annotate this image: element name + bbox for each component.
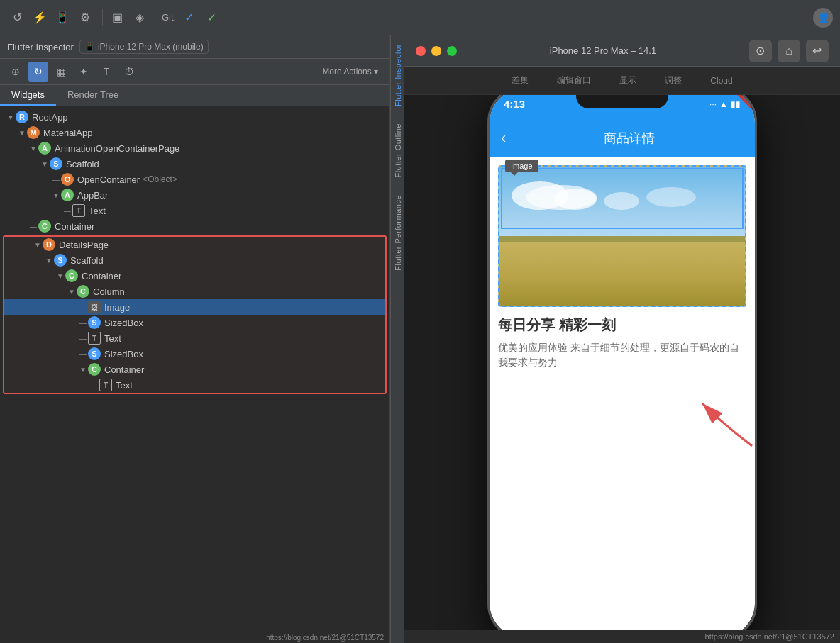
toolbar-adjust[interactable]: 调整 <box>665 74 682 86</box>
tree-arrow: ▼ <box>6 113 16 121</box>
settings-icon[interactable]: ⚙ <box>75 8 95 28</box>
tree-item-column[interactable]: ▼ C Column <box>4 284 385 299</box>
inspector-toolbar: ⊕ ↻ ▦ ✦ T ⏱ More Actions ▾ <box>0 59 389 85</box>
git-check-icon[interactable]: ✓ <box>201 8 221 28</box>
tree-item-image[interactable]: — 🖼 Image <box>4 299 385 315</box>
badge-C: C <box>38 220 51 233</box>
wifi-icon: ▲ <box>719 99 728 109</box>
tree-item-container2[interactable]: ▼ C Container <box>4 268 385 284</box>
tree-item-appbar[interactable]: ▼ A AppBar <box>0 187 389 203</box>
tree-item-scaffold1[interactable]: ▼ S Scaffold <box>0 156 389 172</box>
tree-label: RootApp <box>32 112 68 123</box>
undo-icon[interactable]: ↺ <box>7 8 27 28</box>
badge-S: S <box>50 157 62 170</box>
device-badge[interactable]: 📱 iPhone 12 Pro Max (mobile) <box>79 40 209 54</box>
more-actions-button[interactable]: More Actions ▾ <box>316 65 384 79</box>
git-branch-icon[interactable]: ✓ <box>179 8 199 28</box>
badge-A2: A <box>61 189 74 201</box>
tree-label: DetailsPage <box>59 240 109 250</box>
dots-icon: ··· <box>709 99 717 109</box>
status-icons: ··· ▲ ▮▮ <box>709 99 741 109</box>
widget-tree[interactable]: ▼ R RootApp ▼ M MaterialApp ▼ A Animatio… <box>0 106 389 632</box>
simulator-panel: iPhone 12 Pro Max – 14.1 ⊙ ⌂ ↩ 差集 编辑窗口 显… <box>404 35 840 643</box>
tree-item-rootapp[interactable]: ▼ R RootApp <box>0 109 389 125</box>
simulator-titlebar: iPhone 12 Pro Max – 14.1 ⊙ ⌂ ↩ <box>404 35 840 67</box>
lightning-icon[interactable]: ⚡ <box>30 8 50 28</box>
toolbar-cloud[interactable]: Cloud <box>710 76 732 86</box>
tree-arrow: ▼ <box>17 129 27 137</box>
toolbar-show[interactable]: 显示 <box>619 74 636 86</box>
badge-C3: C <box>77 285 89 298</box>
clock-btn[interactable]: ⏱ <box>119 62 139 82</box>
badge-S4: S <box>88 347 101 360</box>
tree-item-sizedbox1[interactable]: — S SizedBox <box>4 315 385 330</box>
iphone-device: 4:13 ··· ▲ ▮▮ ‹ 商品详情 DEBUG <box>487 95 757 630</box>
tree-item-text-appbar[interactable]: — T Text <box>0 203 389 218</box>
tree-arrow: ▼ <box>67 288 77 296</box>
side-tab-inspector[interactable]: Flutter Inspector <box>391 35 405 115</box>
tree-arrow: — <box>78 319 88 327</box>
cube-icon[interactable]: ◈ <box>130 8 150 28</box>
tree-arrow: — <box>89 381 99 389</box>
rotate-btn[interactable]: ↩ <box>806 40 829 62</box>
tree-label: Text <box>116 380 133 391</box>
inspector-title: Flutter Inspector <box>7 42 74 52</box>
tree-label: SizedBox <box>104 318 143 328</box>
cloud5 <box>646 187 696 207</box>
iphone-screen: 4:13 ··· ▲ ▮▮ ‹ 商品详情 DEBUG <box>490 95 755 630</box>
tree-item-materialapp[interactable]: ▼ M MaterialApp <box>0 125 389 140</box>
tree-item-scaffold2[interactable]: ▼ S Scaffold <box>4 252 385 268</box>
side-tab-performance[interactable]: Flutter Performance <box>391 186 405 279</box>
app-content: Image <box>490 157 755 379</box>
tree-arrow: — <box>78 303 88 311</box>
tab-render-tree[interactable]: Render Tree <box>56 85 130 106</box>
layout-btn[interactable]: ✦ <box>74 62 94 82</box>
footer-url: https://blog.csdn.net/21@51CT13572 <box>404 630 840 643</box>
tree-label: Container <box>55 221 94 232</box>
cloud3 <box>526 185 597 210</box>
inspector-header: Flutter Inspector 📱 iPhone 12 Pro Max (m… <box>0 35 389 59</box>
tree-item-container3[interactable]: ▼ C Container <box>4 362 385 377</box>
tree-item-animation[interactable]: ▼ A AnimationOpenContainerPage <box>0 140 389 156</box>
more-actions-label: More Actions ▾ <box>322 67 378 77</box>
badge-C2: C <box>65 269 78 282</box>
toolbar-edit[interactable]: 编辑窗口 <box>557 74 591 86</box>
toolbar-separator <box>102 9 103 26</box>
tree-arrow: — <box>78 335 88 342</box>
home-btn[interactable]: ⌂ <box>778 40 800 62</box>
tree-item-sizedbox2[interactable]: — S SizedBox <box>4 346 385 362</box>
tree-label: Scaffold <box>66 159 99 169</box>
minimize-button[interactable] <box>431 46 441 56</box>
tree-arrow: — <box>51 176 61 184</box>
toolbar-chaji[interactable]: 差集 <box>512 74 529 86</box>
tree-item-text-bottom[interactable]: — T Text <box>4 377 385 393</box>
app-bar-title: 商品详情 <box>514 130 744 147</box>
tab-widgets[interactable]: Widgets <box>0 85 56 106</box>
back-button[interactable]: ‹ <box>501 129 506 147</box>
text-btn[interactable]: T <box>96 62 116 82</box>
flutter-inspector-panel: Flutter Inspector 📱 iPhone 12 Pro Max (m… <box>0 35 390 643</box>
badge-M: M <box>27 126 40 139</box>
cloud4 <box>604 192 639 210</box>
device-icon[interactable]: 📱 <box>52 8 72 28</box>
tree-item-opencontainer[interactable]: — O OpenContainer <Object> <box>0 172 389 187</box>
tree-item-detailspage[interactable]: ▼ D DetailsPage <box>4 237 385 252</box>
chart-btn[interactable]: ▦ <box>51 62 71 82</box>
badge-S3: S <box>88 316 101 329</box>
add-widget-btn[interactable]: ⊕ <box>6 62 26 82</box>
git-label: Git: <box>162 12 176 23</box>
close-button[interactable] <box>416 46 426 56</box>
tree-arrow: — <box>78 350 88 358</box>
image-sky <box>499 167 745 243</box>
device-label: iPhone 12 Pro Max (mobile) <box>98 42 204 52</box>
maximize-button[interactable] <box>447 46 457 56</box>
side-tab-outline[interactable]: Flutter Outline <box>391 115 405 186</box>
refresh-btn[interactable]: ↻ <box>28 62 48 82</box>
tree-item-text-main[interactable]: — T Text <box>4 330 385 346</box>
tree-label: Image <box>104 302 130 313</box>
tree-item-container1[interactable]: — C Container <box>0 218 389 234</box>
user-avatar[interactable]: 👤 <box>813 8 833 28</box>
device2-icon[interactable]: ▣ <box>107 8 127 28</box>
tree-label: OpenContainer <box>77 174 140 185</box>
screenshot-btn[interactable]: ⊙ <box>749 40 772 62</box>
